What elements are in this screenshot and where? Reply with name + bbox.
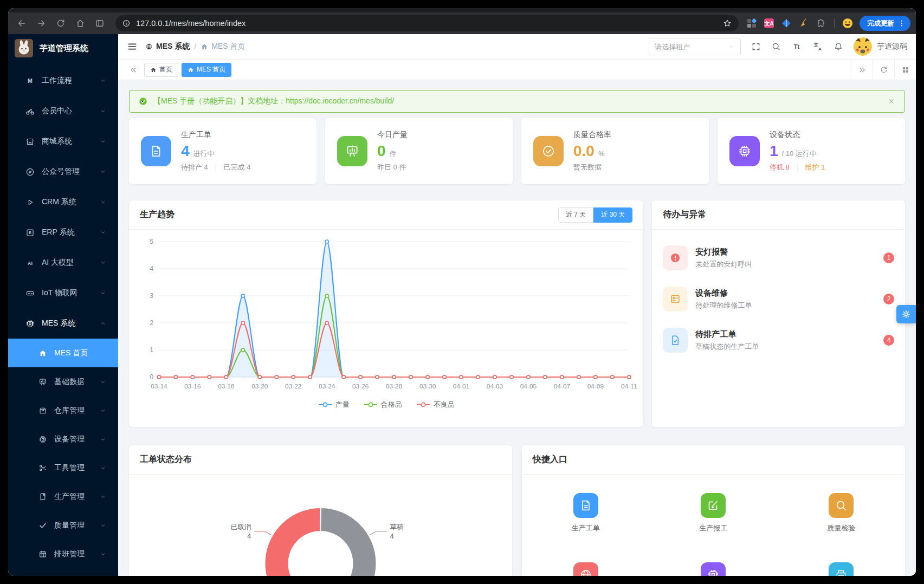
fullscreen-icon[interactable] <box>751 42 761 51</box>
extension-broom-icon[interactable] <box>798 18 809 29</box>
chevron-down-icon <box>100 465 106 471</box>
sidebar-item-iot[interactable]: IoT 物联网 <box>8 278 118 308</box>
extension-translate-icon[interactable]: 文A <box>764 18 774 29</box>
sidebar-item-ai[interactable]: AI 大模型 <box>8 248 118 278</box>
forward-button[interactable] <box>33 15 49 31</box>
sidebar-item-mall[interactable]: 商城系统 <box>8 126 118 157</box>
legend-item[interactable]: 产量 <box>318 400 350 410</box>
todo-item-maintenance[interactable]: 设备维修待处理的维修工单 2 <box>663 278 894 320</box>
stat-unit: 件 <box>390 149 397 159</box>
range-7d-button[interactable]: 近 7 天 <box>558 207 593 223</box>
theme-settings-button[interactable] <box>896 305 916 323</box>
home-button[interactable] <box>72 15 88 31</box>
tab-home[interactable]: 首页 <box>144 63 178 77</box>
sidebar-item-label: 工具管理 <box>54 463 93 473</box>
quick-entry-work-order[interactable]: 生产工单 <box>522 493 650 532</box>
sidebar-item-mp[interactable]: 公众号管理 <box>8 157 118 187</box>
svg-text:3: 3 <box>150 292 153 300</box>
update-label: 完成更新 <box>867 19 894 28</box>
todo-item-pending-orders[interactable]: 待排产工单草稿状态的生产工单 4 <box>663 320 894 361</box>
sidebar-item-device[interactable]: 设备管理 <box>8 425 118 453</box>
sidebar-item-label: 仓库管理 <box>54 406 93 416</box>
stat-sub-right: 维护 1 <box>805 163 825 172</box>
back-button[interactable] <box>14 15 30 31</box>
translate-icon[interactable] <box>812 41 823 52</box>
stat-title: 今日产量 <box>377 130 408 140</box>
calendar-icon <box>38 550 47 559</box>
stat-value: 4 <box>181 142 190 160</box>
quick-entry-label: 生产工单 <box>572 523 600 532</box>
layout-grid-icon[interactable] <box>894 60 916 80</box>
quick-entry-device[interactable] <box>650 562 778 576</box>
user-menu[interactable]: 芋道源码 <box>854 37 907 56</box>
stat-title: 设备状态 <box>770 130 825 140</box>
address-bar[interactable] <box>115 15 739 31</box>
range-30d-button[interactable]: 近 30 天 <box>593 207 632 223</box>
sidebar-item-mes[interactable]: MES 系统 <box>8 308 118 339</box>
sidebar: 芋道管理系统 工作流程 会员中心 商城系统 公众号管理 CRM 系统 ERP 系… <box>8 34 118 576</box>
tab-mes-home[interactable]: MES 首页 <box>182 63 231 77</box>
bell-icon[interactable] <box>833 42 843 51</box>
chip-icon <box>701 562 726 576</box>
font-size-icon[interactable] <box>791 41 802 52</box>
menu-dots-icon[interactable] <box>897 19 906 28</box>
distribution-title: 工单状态分布 <box>140 454 192 465</box>
refresh-tab-icon[interactable] <box>873 60 894 80</box>
stat-cards: 生产工单 4进行中 待排产 4｜已完成 4 今日产量 0件 昨日 0 件 <box>129 118 905 184</box>
site-info-icon[interactable] <box>122 19 131 28</box>
close-icon[interactable] <box>887 97 896 106</box>
extension-kite-icon[interactable] <box>781 18 792 29</box>
reload-button[interactable] <box>53 15 69 31</box>
quick-entry-monitor[interactable] <box>522 562 650 576</box>
username: 芋道源码 <box>877 42 907 51</box>
sidebar-item-schedule[interactable]: 排班管理 <box>8 540 118 568</box>
alert-prefix: 【MES 手册（功能开启）】文档地址： <box>153 96 286 105</box>
scroll-left-icon[interactable] <box>125 66 142 74</box>
ai-icon <box>25 258 35 268</box>
compass-icon <box>25 167 35 177</box>
search-icon[interactable] <box>771 42 781 51</box>
sidebar-item-base-data[interactable]: 基础数据 <box>8 367 118 396</box>
legend-item[interactable]: 不良品 <box>416 400 455 410</box>
legend-item[interactable]: 合格品 <box>364 400 402 410</box>
todo-item-andon[interactable]: 安灯报警未处置的安灯呼叫 1 <box>663 237 894 278</box>
order-status-distribution-card: 工单状态分布 草稿4已取消4 <box>129 445 512 576</box>
extension-grid-icon[interactable] <box>746 18 757 29</box>
collapse-menu-icon[interactable] <box>127 41 138 52</box>
tenant-select[interactable] <box>649 38 741 55</box>
sidebar-item-workflow[interactable]: 工作流程 <box>8 66 118 96</box>
check-circle-icon <box>533 136 564 166</box>
sidebar-item-warehouse[interactable]: 仓库管理 <box>8 396 118 425</box>
success-check-icon <box>138 96 148 106</box>
quick-entry-report-work[interactable]: 生产报工 <box>650 493 778 532</box>
tenant-input[interactable] <box>655 43 725 51</box>
sidebar-item-tool[interactable]: 工具管理 <box>8 453 118 482</box>
svg-text:04-07: 04-07 <box>554 382 570 390</box>
sidebar-item-quality[interactable]: 质量管理 <box>8 511 118 540</box>
alert-doc-link[interactable]: https://doc.iocoder.cn/mes/build/ <box>286 96 394 105</box>
side-panel-button[interactable] <box>92 15 108 31</box>
chrome-update-button[interactable]: 完成更新 <box>860 16 910 31</box>
sidebar-item-erp[interactable]: ERP 系统 <box>8 217 118 248</box>
extensions-puzzle-icon[interactable] <box>816 18 826 29</box>
breadcrumb-root[interactable]: MES 系统 <box>145 42 190 51</box>
todo-item-title: 安灯报警 <box>695 247 752 257</box>
chevron-down-icon <box>100 290 106 296</box>
svg-text:1: 1 <box>150 346 153 354</box>
sidebar-item-mes-home[interactable]: MES 首页 <box>8 339 118 367</box>
quick-entry-quality-check[interactable]: 质量检验 <box>777 493 905 532</box>
sidebar-item-crm[interactable]: CRM 系统 <box>8 187 118 217</box>
bookmark-star-icon[interactable] <box>722 18 732 28</box>
url-input[interactable] <box>136 19 717 28</box>
sidebar-item-production[interactable]: 生产管理 <box>8 482 118 511</box>
sidebar-menu: 工作流程 会员中心 商城系统 公众号管理 CRM 系统 ERP 系统 AI 大模… <box>8 66 118 568</box>
app-logo[interactable]: 芋道管理系统 <box>8 34 118 62</box>
svg-text:文A: 文A <box>764 21 773 27</box>
scroll-right-icon[interactable] <box>851 60 873 80</box>
quick-entry-report-print[interactable] <box>777 562 905 576</box>
chevron-down-icon <box>728 43 735 50</box>
desktop: 文A 完成更新 <box>0 0 924 584</box>
sidebar-item-member[interactable]: 会员中心 <box>8 96 118 126</box>
production-trend-card: 生产趋势 近 7 天 近 30 天 01234503-1403-1603-180… <box>129 200 643 427</box>
profile-avatar-icon[interactable] <box>842 18 853 29</box>
